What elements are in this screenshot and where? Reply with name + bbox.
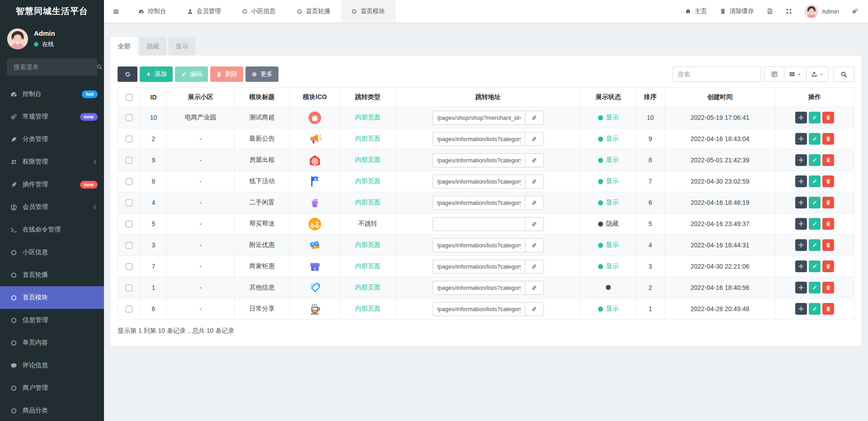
topbar-tab-0[interactable]: 控制台 [128, 0, 177, 23]
column-header[interactable]: 跳转类型 [340, 88, 396, 107]
topbar-tab-2[interactable]: 小区信息 [231, 0, 286, 23]
column-header[interactable]: 跳转地址 [396, 88, 581, 107]
status-badge[interactable]: 显示 [598, 199, 619, 207]
cell-jump-type[interactable]: 内部页面 [355, 284, 381, 291]
link-button[interactable] [525, 217, 544, 231]
sidebar-item-10[interactable]: 信息管理 [0, 309, 104, 331]
cell-jump-type[interactable]: 内部页面 [355, 305, 381, 312]
sidebar-item-7[interactable]: 小区信息 [0, 241, 104, 264]
jump-url-input[interactable] [433, 238, 525, 252]
jump-url-input[interactable] [433, 196, 525, 210]
table-search-input[interactable] [673, 66, 761, 82]
link-button[interactable] [525, 302, 544, 316]
home-link[interactable]: 主页 [679, 0, 713, 23]
column-header[interactable]: 展示状态 [581, 88, 636, 107]
row-checkbox[interactable] [126, 199, 132, 206]
link-button[interactable] [525, 111, 544, 125]
row-delete-button[interactable] [822, 282, 834, 293]
settings-button[interactable] [845, 0, 864, 23]
search-button[interactable] [833, 66, 854, 82]
jump-url-input[interactable] [433, 302, 525, 316]
link-button[interactable] [525, 153, 544, 167]
row-delete-button[interactable] [822, 175, 834, 187]
row-delete-button[interactable] [822, 303, 834, 315]
more-button[interactable]: 更多 [245, 66, 278, 82]
row-move-button[interactable] [795, 133, 807, 145]
row-delete-button[interactable] [822, 239, 834, 251]
row-edit-button[interactable] [809, 218, 821, 230]
cell-jump-type[interactable]: 内部页面 [355, 177, 381, 184]
row-checkbox[interactable] [126, 284, 132, 291]
row-delete-button[interactable] [822, 197, 834, 208]
column-header[interactable]: ID [141, 88, 167, 107]
status-badge[interactable]: 显示 [598, 156, 619, 164]
sidebar-item-12[interactable]: 评论信息 [0, 354, 104, 377]
row-move-button[interactable] [795, 218, 807, 230]
link-button[interactable] [525, 196, 544, 210]
sidebar-item-13[interactable]: 商户管理 [0, 377, 104, 399]
link-button[interactable] [525, 175, 544, 189]
row-move-button[interactable] [795, 112, 807, 123]
row-move-button[interactable] [795, 154, 807, 166]
cell-jump-type[interactable]: 内部页面 [355, 135, 381, 142]
filter-tab-1[interactable]: 隐藏 [140, 37, 166, 56]
row-edit-button[interactable] [809, 282, 821, 293]
column-header[interactable]: 展示小区 [167, 88, 235, 107]
fullscreen-button[interactable] [779, 0, 798, 23]
row-delete-button[interactable] [822, 133, 834, 145]
sidebar-item-9[interactable]: 首页模块 [0, 286, 104, 309]
sidebar-item-8[interactable]: 首页轮播 [0, 264, 104, 286]
row-checkbox[interactable] [126, 178, 132, 185]
app-title[interactable]: 智慧同城生活平台 [0, 0, 104, 23]
filter-tab-2[interactable]: 显示 [169, 37, 195, 56]
row-edit-button[interactable] [809, 239, 821, 251]
jump-url-input[interactable] [433, 260, 525, 274]
filter-tab-0[interactable]: 全部 [111, 37, 137, 56]
row-checkbox[interactable] [126, 136, 132, 142]
row-edit-button[interactable] [809, 154, 821, 166]
row-delete-button[interactable] [822, 154, 834, 166]
wipe-session-button[interactable] [760, 0, 779, 23]
row-delete-button[interactable] [822, 112, 834, 123]
row-edit-button[interactable] [809, 197, 821, 208]
sidebar-item-3[interactable]: 权限管理 [0, 151, 104, 173]
jump-url-input[interactable] [433, 111, 525, 125]
jump-url-input[interactable] [433, 175, 525, 189]
column-header[interactable]: 排序 [636, 88, 665, 107]
row-edit-button[interactable] [809, 175, 821, 187]
detail-view-button[interactable] [764, 66, 784, 82]
sidebar-item-11[interactable]: 单页内容 [0, 331, 104, 354]
refresh-button[interactable] [118, 66, 137, 82]
row-edit-button[interactable] [809, 112, 821, 123]
sidebar-item-5[interactable]: 会员管理 [0, 196, 104, 218]
status-badge[interactable]: 隐藏 [598, 220, 619, 228]
row-delete-button[interactable] [822, 218, 834, 230]
sidebar-item-1[interactable]: 常规管理new [0, 105, 104, 128]
menu-search-input[interactable] [13, 63, 96, 71]
cell-jump-type[interactable]: 内部页面 [355, 241, 381, 248]
link-button[interactable] [525, 281, 544, 295]
delete-button[interactable]: 删除 [210, 66, 243, 82]
columns-button[interactable] [784, 66, 807, 82]
column-header[interactable]: 操作 [775, 88, 854, 107]
edit-button[interactable]: 编辑 [175, 66, 208, 82]
jump-url-input[interactable] [433, 153, 525, 167]
sidebar-item-4[interactable]: 插件管理new [0, 173, 104, 196]
sidebar-item-2[interactable]: 分类管理 [0, 128, 104, 151]
row-move-button[interactable] [795, 175, 807, 187]
row-checkbox[interactable] [126, 263, 132, 270]
row-move-button[interactable] [795, 282, 807, 293]
row-move-button[interactable] [795, 260, 807, 272]
sidebar-item-14[interactable]: 商品分类 [0, 399, 104, 421]
topbar-tab-1[interactable]: 会员管理 [177, 0, 231, 23]
row-edit-button[interactable] [809, 303, 821, 315]
row-checkbox[interactable] [126, 221, 132, 227]
row-move-button[interactable] [795, 197, 807, 208]
sidebar-item-6[interactable]: 在线命令管理 [0, 218, 104, 241]
status-badge[interactable]: 显示 [598, 262, 619, 270]
user-avatar[interactable] [7, 28, 28, 49]
topbar-tab-4[interactable]: 首页模块 [341, 0, 396, 23]
cell-jump-type[interactable]: 内部页面 [355, 114, 381, 121]
row-move-button[interactable] [795, 303, 807, 315]
select-all-checkbox[interactable] [126, 94, 132, 101]
